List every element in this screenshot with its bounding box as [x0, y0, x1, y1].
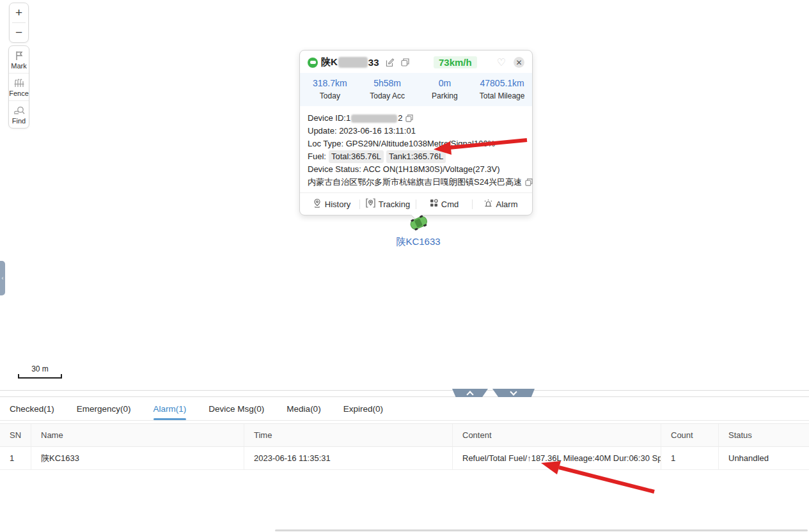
tab-emergency[interactable]: Emergency(0) [77, 397, 131, 420]
device-id-prefix: 1 [346, 112, 350, 125]
message-panel: Checked(1) Emergency(0) Alarm(1) Device … [0, 397, 809, 532]
cell-status: Unhandled [719, 447, 809, 469]
map-scale-bar: 30 m [18, 364, 62, 379]
map-tool-group: Mark Fence Find [8, 45, 29, 129]
popup-header: 陕K 33 73km/h ♡ ✕ [300, 51, 532, 73]
address-text: 内蒙古自治区鄂尔多斯市杭锦旗吉日嘎朗图镇S24兴巴高速 [308, 176, 522, 189]
zoom-in-button[interactable]: + [10, 3, 28, 22]
stat-today: 318.7km Today [301, 78, 359, 100]
stat-value: 0m [416, 78, 474, 88]
fence-label: Fence [9, 90, 29, 97]
horizontal-scrollbar[interactable] [275, 529, 808, 531]
alarm-button[interactable]: Alarm [473, 199, 528, 210]
speed-badge: 73km/h [434, 56, 477, 68]
stat-today-acc: 5h58m Today Acc [359, 78, 416, 100]
stat-parking: 0m Parking [416, 78, 474, 100]
app-window: + − Mark Fence [0, 0, 809, 532]
cmd-button[interactable]: Cmd [416, 199, 472, 209]
find-icon [13, 106, 25, 116]
tab-device-msg[interactable]: Device Msg(0) [208, 397, 264, 420]
cell-content: Refuel/Total Fuel/↑187.36L Mileage:40M D… [453, 447, 661, 469]
left-panel-collapse-handle[interactable]: ‹ [0, 261, 5, 295]
stat-label: Today [301, 91, 359, 100]
panel-collapse-button[interactable] [492, 389, 535, 397]
device-id-line: Device ID: 1 2 [308, 112, 524, 125]
fence-button[interactable]: Fence [9, 73, 29, 100]
stat-label: Total Mileage [473, 91, 531, 100]
edit-icon[interactable] [386, 58, 395, 67]
fuel-label: Fuel: [308, 150, 326, 163]
vehicle-name-suffix: 33 [368, 57, 379, 68]
address-line: 内蒙古自治区鄂尔多斯市杭锦旗吉日嘎朗图镇S24兴巴高速 [308, 176, 524, 189]
alarm-table: SN Name Time Content Count Status 1 陕KC1… [0, 423, 809, 470]
fuel-line: Fuel: Total:365.76L Tank1:365.76L [308, 150, 524, 163]
map-zoom-controls: + − [9, 3, 29, 43]
history-pin-icon [313, 198, 322, 210]
col-sn: SN [0, 424, 31, 446]
vehicle-name-prefix: 陕K [321, 56, 338, 68]
copy-icon[interactable] [405, 114, 413, 122]
fuel-total-value: Total:365.76L [329, 150, 384, 163]
device-id-label: Device ID: [308, 112, 346, 125]
scale-label: 30 m [18, 364, 62, 373]
vehicle-info-popup: 陕K 33 73km/h ♡ ✕ 318.7km Today [299, 50, 533, 215]
redacted-blur [351, 114, 397, 123]
tracking-button[interactable]: Tracking [360, 198, 416, 210]
vehicle-name: 陕K 33 [321, 56, 379, 68]
flag-icon [14, 51, 24, 61]
tab-expired[interactable]: Expired(0) [343, 397, 383, 420]
close-icon[interactable]: ✕ [514, 57, 524, 68]
tracking-pin-icon [366, 198, 375, 210]
table-row[interactable]: 1 陕KC1633 2023-06-16 11:35:31 Refuel/Tot… [0, 447, 809, 470]
stat-value: 318.7km [301, 78, 359, 88]
stat-total-mileage: 47805.1km Total Mileage [473, 78, 531, 100]
tab-media[interactable]: Media(0) [287, 397, 320, 420]
stat-label: Today Acc [359, 91, 416, 100]
redacted-blur [338, 57, 368, 68]
tracking-label: Tracking [379, 199, 410, 209]
copy-icon[interactable] [525, 178, 533, 186]
vehicle-marker-label[interactable]: 陕KC1633 [393, 236, 444, 248]
zoom-out-button[interactable]: − [10, 23, 28, 42]
popup-details: Device ID: 1 2 Update: 2023-06-16 13:11:… [300, 106, 532, 192]
alarm-siren-icon [483, 199, 493, 210]
col-time: Time [244, 424, 453, 446]
cmd-label: Cmd [441, 199, 459, 209]
col-name: Name [31, 424, 244, 446]
alarm-label: Alarm [496, 199, 518, 209]
device-id-suffix: 2 [398, 112, 402, 125]
table-header-row: SN Name Time Content Count Status [0, 423, 809, 447]
col-count: Count [661, 424, 719, 446]
update-line: Update: 2023-06-16 13:11:01 [308, 125, 524, 137]
favorite-heart-icon[interactable]: ♡ [497, 58, 506, 68]
history-button[interactable]: History [304, 198, 359, 210]
panel-expand-button[interactable] [452, 389, 488, 397]
tab-checked[interactable]: Checked(1) [10, 397, 54, 420]
cell-sn: 1 [0, 447, 31, 469]
mark-label: Mark [11, 62, 26, 70]
mark-button[interactable]: Mark [9, 46, 29, 73]
copy-icon[interactable] [401, 58, 409, 66]
scale-line [18, 374, 62, 379]
find-label: Find [12, 117, 26, 125]
fuel-tank1-value: Tank1:365.76L [386, 150, 446, 163]
cell-count: 1 [661, 447, 719, 469]
chevron-down-icon [510, 388, 517, 395]
cmd-grid-icon [430, 199, 438, 209]
col-content: Content [453, 424, 661, 446]
history-label: History [325, 199, 350, 209]
cell-time: 2023-06-16 11:35:31 [244, 447, 453, 469]
stat-label: Parking [416, 91, 474, 100]
popup-stats-row: 318.7km Today 5h58m Today Acc 0m Parking… [300, 73, 532, 106]
cell-name: 陕KC1633 [31, 447, 244, 469]
col-status: Status [719, 424, 809, 446]
stat-value: 5h58m [359, 78, 416, 88]
stat-value: 47805.1km [473, 78, 531, 88]
device-status-line: Device Status: ACC ON(1H18M30S)/Voltage(… [308, 163, 524, 176]
loc-type-line: Loc Type: GPS29N/Altitude1038Metre/Signa… [308, 137, 524, 150]
chevron-left-icon: ‹ [2, 275, 4, 281]
divider [0, 390, 809, 391]
find-button[interactable]: Find [9, 100, 29, 128]
message-tabs: Checked(1) Emergency(0) Alarm(1) Device … [0, 397, 809, 421]
tab-alarm[interactable]: Alarm(1) [153, 397, 187, 420]
